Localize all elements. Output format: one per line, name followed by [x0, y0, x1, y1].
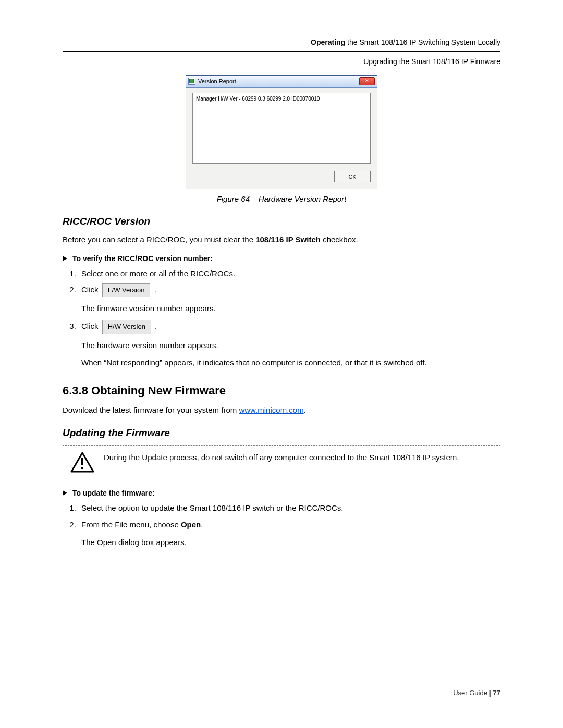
svg-rect-2 — [81, 467, 83, 469]
version-list: Manager H/W Ver - 60299 0.3 60299 2.0 ID… — [192, 93, 371, 164]
dialog-body: Manager H/W Ver - 60299 0.3 60299 2.0 ID… — [186, 88, 377, 171]
hw-version-button-label: H/W Version — [108, 323, 145, 330]
hw-version-button[interactable]: H/W Version — [102, 320, 151, 334]
steps-update-firmware: Select the option to update the Smart 10… — [78, 501, 500, 548]
header-divider — [63, 51, 500, 52]
warning-icon — [70, 452, 94, 473]
dialog-footer: OK — [186, 171, 377, 189]
fw-version-button-label: F/W Version — [108, 286, 145, 294]
arrow-icon — [63, 490, 67, 496]
ricc-intro-bold: 108/116 IP Switch — [255, 235, 321, 244]
step-3-before: Click — [81, 322, 101, 330]
update-step-2-bold: Open — [181, 520, 201, 529]
step-1: Select one or more or all of the RICC/RO… — [78, 267, 500, 280]
hw-result: The hardware version number appears. — [81, 339, 500, 351]
heading-obtaining-new-firmware: 6.3.8 Obtaining New Firmware — [63, 384, 500, 398]
step-2-before: Click — [81, 285, 101, 294]
page-footer: User Guide | 77 — [453, 689, 500, 697]
dialog-title: Version Report — [198, 78, 236, 84]
arrow-icon — [63, 256, 67, 261]
step-2: Click F/W Version . The firmware version… — [78, 283, 500, 314]
steps-verify-ricc: Select one or more or all of the RICC/RO… — [78, 267, 500, 368]
fw-version-button[interactable]: F/W Version — [102, 283, 151, 297]
subtask-verify-ricc: To verify the RICC/ROC version number: — [63, 254, 500, 263]
warning-box: During the Update process, do not switch… — [63, 445, 500, 479]
figure-dialog-wrap: Version Report Manager H/W Ver - 60299 0… — [63, 75, 500, 189]
update-step-2-before: From the File menu, choose — [81, 520, 181, 529]
update-step-1-text: Select the option to update the Smart 10… — [81, 503, 344, 512]
close-icon[interactable] — [359, 77, 375, 85]
obtain-text: Download the latest firmware for your sy… — [63, 404, 500, 416]
warning-text: During the Update process, do not switch… — [104, 452, 459, 464]
update-step-2: From the File menu, choose Open. The Ope… — [78, 518, 500, 549]
minicom-link-text: www.minicom.com — [239, 405, 303, 414]
step-1-text: Select one or more or all of the RICC/RO… — [81, 269, 235, 278]
ok-button[interactable]: OK — [334, 171, 371, 182]
app-icon — [188, 78, 195, 85]
running-header-rest: the Smart 108/116 IP Switching System Lo… — [345, 38, 500, 46]
step-3-after: . — [155, 322, 157, 330]
ricc-intro: Before you can select a RICC/ROC, you mu… — [63, 233, 500, 245]
document-page: Operating the Smart 108/116 IP Switching… — [0, 0, 563, 728]
update-step-1: Select the option to update the Smart 10… — [78, 501, 500, 515]
subtask-verify-ricc-label: To verify the RICC/ROC version number: — [72, 254, 213, 263]
version-list-item: Manager H/W Ver - 60299 0.3 60299 2.0 ID… — [196, 95, 367, 103]
ok-button-label: OK — [349, 174, 356, 180]
ricc-intro-before: Before you can select a RICC/ROC, you mu… — [63, 235, 255, 244]
not-responding-note: When “Not responding” appears, it indica… — [81, 356, 500, 368]
ricc-intro-after: checkbox. — [321, 235, 358, 244]
heading-ricc-roc-version: RICC/ROC Version — [63, 216, 500, 227]
version-report-dialog: Version Report Manager H/W Ver - 60299 0… — [186, 75, 377, 189]
dialog-titlebar: Version Report — [186, 76, 377, 88]
open-result: The Open dialog box appears. — [81, 536, 500, 548]
step-3: Click H/W Version . The hardware version… — [78, 319, 500, 368]
heading-updating-firmware: Updating the Firmware — [63, 427, 500, 439]
figure-caption: Figure 64 – Hardware Version Report — [63, 194, 500, 203]
step-2-after: . — [154, 285, 156, 294]
running-header: Operating the Smart 108/116 IP Switching… — [63, 36, 500, 48]
update-step-2-after: . — [201, 520, 203, 529]
obtain-text-after: . — [304, 405, 306, 414]
running-header-bold: Operating — [311, 38, 345, 46]
footer-label: User Guide — [453, 689, 487, 697]
running-subheader: Upgrading the Smart 108/116 IP Firmware — [63, 57, 500, 66]
svg-rect-1 — [81, 458, 83, 465]
minicom-link[interactable]: www.minicom.com — [239, 405, 303, 414]
footer-page-number: 77 — [493, 689, 500, 697]
fw-result: The firmware version number appears. — [81, 302, 500, 314]
subtask-update-firmware-label: To update the firmware: — [72, 489, 155, 497]
obtain-text-before: Download the latest firmware for your sy… — [63, 405, 239, 414]
footer-sep: | — [487, 689, 493, 697]
subtask-update-firmware: To update the firmware: — [63, 489, 500, 497]
